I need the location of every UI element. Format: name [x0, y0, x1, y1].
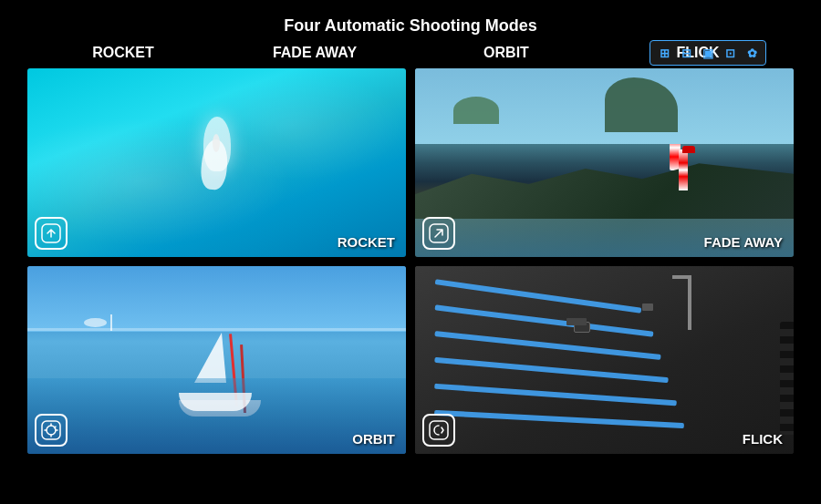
label-rocket: ROCKET — [27, 45, 219, 61]
modes-grid: ROCKET FADE AWAY — [0, 68, 821, 472]
cell-fadeaway[interactable]: FADE AWAY — [415, 68, 794, 257]
label-orbit: ORBIT — [410, 45, 602, 61]
cell-flick-label: FLICK — [743, 431, 783, 447]
cell-orbit[interactable]: ORBIT — [27, 266, 406, 455]
toolbar-icons: ⊞ ⊟ ▣ ⊡ ✿ — [650, 40, 766, 66]
page-container: Four Automatic Shooting Modes ROCKET FAD… — [0, 0, 821, 472]
flick-mode-icon — [422, 414, 455, 447]
page-title: Four Automatic Shooting Modes — [0, 0, 821, 45]
frame-icon[interactable]: ▣ — [699, 44, 717, 62]
fadeaway-mode-icon — [422, 217, 455, 250]
cell-fadeaway-label: FADE AWAY — [704, 234, 783, 250]
cell-flick[interactable]: FLICK — [415, 266, 794, 455]
cell-orbit-label: ORBIT — [352, 431, 395, 447]
mode-labels-row: ROCKET FADE AWAY ORBIT FLICK ⊞ ⊟ ▣ ⊡ ✿ — [0, 45, 821, 61]
photo-icon[interactable]: ⊡ — [721, 44, 739, 62]
orbit-mode-icon — [35, 414, 68, 447]
rocket-mode-icon — [35, 217, 68, 250]
label-flick: FLICK ⊞ ⊟ ▣ ⊡ ✿ — [602, 45, 794, 61]
label-fadeaway: FADE AWAY — [219, 45, 410, 61]
settings-icon[interactable]: ✿ — [743, 44, 761, 62]
grid-icon[interactable]: ⊟ — [677, 44, 695, 62]
expand-icon[interactable]: ⊞ — [655, 44, 673, 62]
cell-rocket[interactable]: ROCKET — [27, 68, 406, 257]
cell-rocket-label: ROCKET — [338, 234, 395, 250]
svg-rect-4 — [430, 421, 448, 439]
